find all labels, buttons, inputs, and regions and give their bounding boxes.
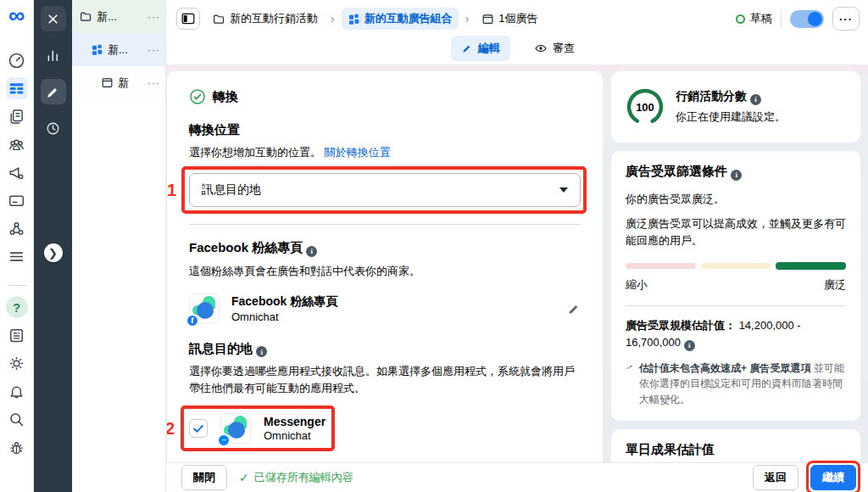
checkmark-icon bbox=[192, 422, 205, 435]
score-gauge: 100 bbox=[626, 87, 665, 126]
info-icon[interactable]: i bbox=[256, 346, 267, 357]
facebook-badge-icon: f bbox=[186, 314, 199, 327]
conversion-location-dropdown-value: 訊息目的地 bbox=[202, 182, 261, 198]
edit-page-icon[interactable] bbox=[567, 302, 581, 316]
campaign-tree-panel: 新... ··· 新... ··· 新 ··· bbox=[72, 0, 166, 492]
campaign-score-card: 100 行銷活動分數 i 你正在使用建議設定。 bbox=[611, 71, 860, 143]
info-icon[interactable]: i bbox=[731, 170, 742, 181]
conversion-location-title: 轉換位置 bbox=[189, 122, 581, 138]
saved-status-label: 已儲存所有編輯內容 bbox=[254, 470, 353, 485]
search-icon[interactable] bbox=[6, 408, 28, 430]
conversion-location-dropdown[interactable]: 訊息目的地 bbox=[189, 173, 581, 207]
updates-news-icon[interactable] bbox=[6, 324, 28, 346]
assets-network-icon[interactable] bbox=[6, 217, 28, 239]
billing-card-icon[interactable] bbox=[6, 189, 28, 211]
messenger-option-name: Messenger bbox=[264, 415, 326, 428]
chevron-down-icon bbox=[559, 187, 568, 193]
facebook-page-title: Facebook 粉絲專頁 bbox=[189, 240, 303, 254]
audience-status-line: 你的廣告受眾廣泛。 bbox=[626, 191, 846, 208]
svg-text:100: 100 bbox=[636, 101, 654, 114]
audience-detail-line: 廣泛廣告受眾可以提高成效，並觸及更多有可能回應的用戶。 bbox=[626, 215, 846, 249]
reports-pages-icon[interactable] bbox=[6, 105, 28, 127]
page-account: Omnichat bbox=[231, 310, 337, 323]
tree-item-ad[interactable]: 新 ··· bbox=[72, 66, 165, 99]
messenger-option-account: Omnichat bbox=[264, 429, 326, 442]
tree-item-campaign[interactable]: 新... ··· bbox=[72, 0, 165, 33]
breadcrumb-separator: › bbox=[465, 12, 470, 25]
estimate-note-bold: 估計值未包含高效速成+ 廣告受眾選項 bbox=[639, 362, 810, 374]
audience-breadth-meter bbox=[626, 262, 846, 270]
breadcrumb-separator: › bbox=[331, 12, 335, 25]
draft-status: 草稿 bbox=[736, 11, 772, 26]
content-area: 轉換 轉換位置 選擇你想增加互動的位置。 關於轉換位置 訊息目的地 1 bbox=[166, 64, 868, 462]
divider bbox=[189, 224, 581, 225]
ad-frame-icon bbox=[481, 13, 494, 25]
divider bbox=[626, 305, 846, 306]
campaigns-table-icon[interactable] bbox=[6, 77, 28, 99]
bug-report-icon[interactable] bbox=[6, 436, 28, 458]
about-conversion-location-link[interactable]: 關於轉換位置 bbox=[325, 146, 391, 159]
edit-pencil-icon[interactable] bbox=[41, 79, 66, 104]
close-button[interactable]: 關閉 bbox=[181, 465, 227, 490]
tab-edit-label: 編輯 bbox=[478, 41, 500, 56]
tab-review-label: 審查 bbox=[553, 41, 575, 56]
page-avatar: f bbox=[189, 294, 220, 324]
breadcrumb-adset[interactable]: 新的互動廣告組合 bbox=[342, 8, 459, 30]
active-toggle[interactable] bbox=[790, 10, 824, 28]
draft-status-label: 草稿 bbox=[750, 11, 772, 26]
performance-chart-icon[interactable] bbox=[41, 42, 66, 68]
settings-gear-icon[interactable] bbox=[6, 352, 28, 374]
expand-chevron-icon[interactable]: ❯ bbox=[44, 243, 63, 262]
breadcrumb-ad-label: 1個廣告 bbox=[498, 11, 537, 26]
more-options-icon[interactable]: ··· bbox=[147, 11, 160, 23]
more-options-icon[interactable]: ··· bbox=[147, 77, 160, 89]
page-name: Facebook 粉絲專頁 bbox=[231, 294, 337, 310]
adset-grid-icon bbox=[91, 43, 103, 56]
folder-icon bbox=[213, 13, 225, 25]
messenger-checkbox[interactable] bbox=[189, 419, 208, 438]
ad-frame-icon bbox=[101, 76, 114, 89]
saved-status: ✓ 已儲存所有編輯內容 bbox=[239, 470, 353, 485]
primary-nav-rail: ∞ ? bbox=[0, 0, 34, 492]
audiences-icon[interactable] bbox=[6, 133, 28, 155]
back-button[interactable]: 返回 bbox=[753, 465, 798, 490]
info-icon[interactable]: i bbox=[684, 340, 695, 351]
eye-icon bbox=[534, 42, 548, 55]
notifications-bell-icon[interactable] bbox=[6, 380, 28, 402]
editor-tool-rail: ❯ bbox=[34, 0, 72, 492]
audience-definition-card: 廣告受眾篩選條件 i 你的廣告受眾廣泛。 廣泛廣告受眾可以提高成效，並觸及更多有… bbox=[611, 151, 860, 421]
more-actions-button[interactable]: ··· bbox=[832, 7, 860, 31]
topbar: 新的互動行銷活動 › 新的互動廣告組合 › 1個廣告 草稿 bbox=[166, 0, 868, 64]
annotation-number-2: 2 bbox=[167, 418, 175, 438]
section-complete-check-icon bbox=[189, 88, 206, 105]
facebook-page-description: 這個粉絲專頁會在廣告和對話中代表你的商家。 bbox=[189, 263, 581, 280]
toggle-sidebar-icon[interactable] bbox=[176, 8, 200, 30]
tab-review[interactable]: 審查 bbox=[524, 36, 585, 61]
scale-broad-label: 廣泛 bbox=[824, 277, 846, 293]
close-panel-icon[interactable] bbox=[41, 6, 66, 31]
conversion-location-description: 選擇你想增加互動的位置。 bbox=[189, 146, 321, 159]
rail-divider bbox=[8, 285, 26, 286]
info-icon[interactable]: i bbox=[750, 94, 761, 105]
breadcrumb-campaign[interactable]: 新的互動行銷活動 bbox=[207, 8, 324, 30]
more-options-icon[interactable]: ··· bbox=[147, 44, 160, 56]
message-destination-description: 選擇你要透過哪些應用程式接收訊息。如果選擇多個應用程式，系統就會將用戶帶往他們最… bbox=[189, 363, 581, 397]
tree-adset-label: 新... bbox=[108, 42, 128, 58]
history-clock-icon[interactable] bbox=[41, 115, 66, 141]
breadcrumb-ad[interactable]: 1個廣告 bbox=[476, 8, 543, 30]
continue-button[interactable]: 繼續 bbox=[810, 465, 856, 490]
tree-item-adset[interactable]: 新... ··· bbox=[72, 33, 165, 66]
help-icon[interactable]: ? bbox=[6, 296, 28, 318]
tab-edit[interactable]: 編輯 bbox=[451, 36, 510, 61]
all-tools-menu-icon[interactable] bbox=[6, 245, 28, 267]
tree-campaign-label: 新... bbox=[97, 9, 117, 25]
message-destination-title: 訊息目的地 bbox=[189, 341, 253, 355]
ads-manager-app: ∞ ? bbox=[0, 0, 868, 492]
messenger-badge-icon bbox=[217, 433, 231, 447]
overview-gauge-icon[interactable] bbox=[6, 49, 28, 71]
advertise-megaphone-icon[interactable] bbox=[6, 161, 28, 183]
score-card-description: 你正在使用建議設定。 bbox=[676, 109, 786, 126]
info-icon[interactable]: i bbox=[306, 246, 317, 257]
footer-bar: 關閉 ✓ 已儲存所有編輯內容 返回 繼續 bbox=[166, 462, 868, 492]
score-card-title: 行銷活動分數 bbox=[676, 89, 747, 103]
